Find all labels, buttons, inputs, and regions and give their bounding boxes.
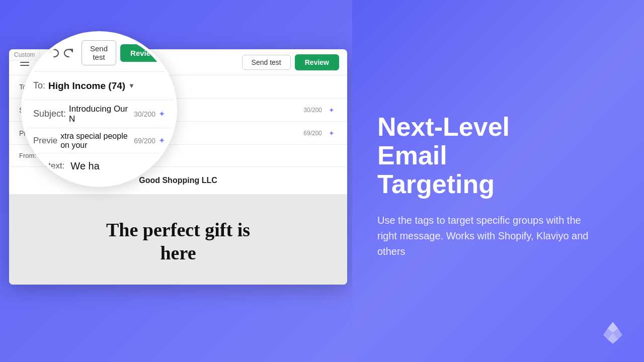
mag-to-label: To: [33, 80, 45, 91]
headline-line1: Next-Level [377, 112, 510, 141]
review-button[interactable]: Review [295, 54, 339, 70]
svg-rect-4 [34, 52, 45, 54]
magnifier-content: Send test Review To: High Income (74) ▼ … [24, 34, 174, 184]
headline: Next-Level Email Targeting [377, 113, 619, 199]
mag-subject-char-count: 30/200 [134, 110, 155, 118]
description-text: Use the tags to target specific groups w… [377, 213, 589, 259]
mag-send-test-button[interactable]: Send test [82, 40, 116, 65]
svg-rect-5 [34, 56, 45, 57]
mag-toolbar: Send test Review [24, 34, 174, 72]
mag-preview-row: Previe xtra special people on your 69/20… [24, 128, 174, 153]
headline-line2: Email [377, 141, 447, 170]
mag-review-button[interactable]: Review [120, 44, 167, 62]
mag-preview-text-value: We ha [70, 160, 99, 172]
svg-rect-3 [34, 49, 45, 50]
logo-mark [600, 320, 626, 348]
mag-to-arrow[interactable]: ▼ [128, 82, 135, 89]
mag-to-row: To: High Income (74) ▼ [24, 72, 174, 100]
mag-preview-label: Previe [33, 136, 57, 146]
mag-redo-button[interactable] [63, 45, 73, 61]
left-panel: Custom [0, 0, 352, 362]
subject-char-count: 30/200 [303, 107, 322, 114]
mag-preview-ai-icon[interactable]: ✦ [158, 136, 165, 145]
subject-ai-icon[interactable]: ✦ [326, 105, 337, 116]
right-panel: Next-Level Email Targeting Use the tags … [352, 0, 644, 362]
preview-ai-icon[interactable]: ✦ [326, 128, 337, 139]
mag-preview-text-label: iew text: [33, 161, 64, 171]
mag-to-value: High Income (74) [48, 80, 125, 92]
mag-preview-text-row: iew text: We ha [24, 153, 174, 178]
preview-char-count: 69/200 [303, 130, 322, 137]
magnifier-lens: Send test Review To: High Income (74) ▼ … [21, 31, 177, 187]
hero-title-line2: here [160, 242, 196, 263]
mag-sidebar-toggle[interactable] [34, 45, 45, 61]
email-hero-title: The perfect gift is here [29, 219, 327, 264]
mag-undo-button[interactable] [49, 45, 59, 61]
email-body-preview: Good Shopping LLC The perfect gift is he… [9, 167, 347, 285]
mag-subject-label: Subject: [33, 109, 66, 119]
mag-subject-ai-icon[interactable]: ✦ [158, 109, 165, 119]
mag-subject-row: Subject: Introducing Our N 30/200 ✦ [24, 100, 174, 128]
email-hero-section: The perfect gift is here [9, 195, 347, 285]
hero-title-line1: The perfect gift is [106, 219, 250, 240]
mag-preview-char-count: 69/200 [134, 137, 155, 145]
mag-subject-value: Introducing Our N [69, 104, 131, 124]
mag-preview-value: xtra special people on your [60, 132, 131, 150]
send-test-button[interactable]: Send test [242, 55, 291, 70]
headline-line3: Targeting [377, 169, 495, 199]
